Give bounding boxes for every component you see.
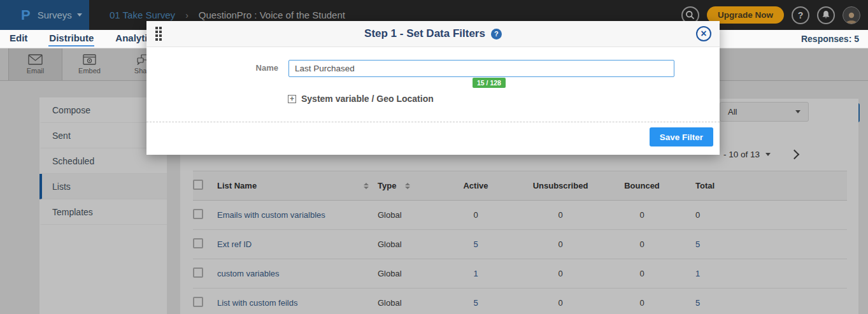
save-filter-button[interactable]: Save Filter <box>650 127 713 146</box>
breadcrumb-separator: › <box>185 10 189 20</box>
help-button[interactable]: ? <box>792 6 809 24</box>
workspace-label: Surveys <box>38 10 72 20</box>
name-field-label: Name <box>242 63 278 73</box>
expand-plus-icon: + <box>288 95 296 103</box>
system-variable-toggle[interactable]: + System variable / Geo Location <box>288 94 434 104</box>
modal-help-icon[interactable]: ? <box>491 29 502 39</box>
chevron-down-icon <box>77 13 82 17</box>
breadcrumb-survey-link[interactable]: 01 Take Survey <box>110 10 175 20</box>
questionpro-logo: P <box>21 8 31 22</box>
notifications-button[interactable] <box>817 6 835 24</box>
tab-distribute[interactable]: Distribute <box>48 31 94 46</box>
search-icon <box>685 10 695 20</box>
breadcrumb-title: QuestionPro : Voice of the Student <box>199 10 345 20</box>
tab-edit[interactable]: Edit <box>9 31 28 46</box>
surveys-menu[interactable]: P Surveys <box>0 0 89 30</box>
close-icon[interactable]: × <box>696 26 711 41</box>
person-icon <box>844 11 858 24</box>
modal-header: Step 1 - Set Data Filters ? × <box>146 21 720 47</box>
question-mark-icon: ? <box>798 10 804 20</box>
footer-divider <box>146 122 720 122</box>
filter-name-input[interactable] <box>288 60 674 77</box>
modal-title: Step 1 - Set Data Filters <box>364 27 485 40</box>
set-data-filters-modal: Step 1 - Set Data Filters ? × Name 15 / … <box>146 21 720 155</box>
user-avatar[interactable] <box>843 6 860 24</box>
bell-icon <box>822 10 830 20</box>
app-screen: P Surveys 01 Take Survey › QuestionPro :… <box>0 0 868 314</box>
responses-count[interactable]: Responses: 5 <box>801 34 859 44</box>
system-variable-label: System variable / Geo Location <box>301 94 434 104</box>
char-counter-badge: 15 / 128 <box>473 78 506 88</box>
modal-body: Name 15 / 128 + System variable / Geo Lo… <box>146 47 720 155</box>
